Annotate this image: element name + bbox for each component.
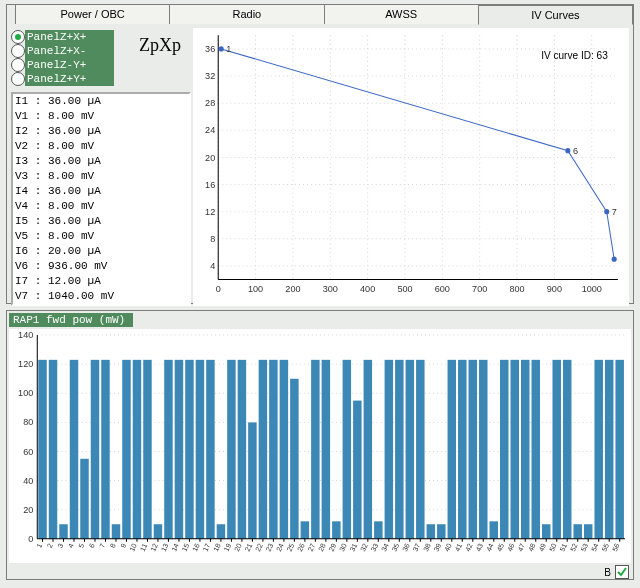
svg-rect-88 xyxy=(248,422,256,538)
svg-text:12: 12 xyxy=(149,542,160,553)
svg-text:27: 27 xyxy=(307,542,318,553)
tab-radio[interactable]: Radio xyxy=(169,4,324,24)
iv-panel: Power / OBCRadioAWSSIV Curves PanelZ+X+P… xyxy=(6,4,634,304)
rap1-bar-chart: 0204060801001201401234567891011121314151… xyxy=(9,329,631,563)
svg-text:55: 55 xyxy=(600,542,611,553)
readings-list[interactable]: I1 : 36.00 µAV1 : 8.00 mVI2 : 36.00 µAV2… xyxy=(11,92,191,306)
tab-power-obc[interactable]: Power / OBC xyxy=(15,4,170,24)
svg-rect-114 xyxy=(521,360,529,539)
tab-iv-curves[interactable]: IV Curves xyxy=(478,5,633,25)
svg-text:32: 32 xyxy=(359,542,370,553)
svg-text:36: 36 xyxy=(205,44,215,54)
svg-text:36: 36 xyxy=(401,542,412,553)
checkbox-label: B xyxy=(604,567,611,578)
svg-text:23: 23 xyxy=(265,542,276,553)
svg-rect-111 xyxy=(490,521,498,538)
svg-rect-105 xyxy=(427,524,435,539)
svg-rect-96 xyxy=(332,521,340,538)
svg-point-47 xyxy=(604,209,609,214)
svg-rect-83 xyxy=(196,360,204,539)
svg-text:3: 3 xyxy=(56,542,65,549)
svg-text:7: 7 xyxy=(612,207,617,217)
svg-rect-110 xyxy=(479,360,487,539)
svg-text:34: 34 xyxy=(380,542,391,553)
tab-awss[interactable]: AWSS xyxy=(324,4,479,24)
svg-rect-71 xyxy=(70,360,78,539)
svg-text:7: 7 xyxy=(98,542,107,549)
svg-rect-117 xyxy=(552,360,560,539)
reading-row: V6 : 936.00 mV xyxy=(15,259,187,274)
svg-text:28: 28 xyxy=(317,542,328,553)
svg-text:1: 1 xyxy=(35,542,44,549)
svg-point-49 xyxy=(612,257,617,262)
svg-text:140: 140 xyxy=(18,330,33,340)
svg-text:11: 11 xyxy=(139,542,150,553)
reading-row: V1 : 8.00 mV xyxy=(15,109,187,124)
radio-panelz-y+[interactable]: PanelZ-Y+ xyxy=(11,58,191,72)
svg-text:0: 0 xyxy=(216,284,221,294)
svg-text:900: 900 xyxy=(547,284,562,294)
svg-text:26: 26 xyxy=(296,542,307,553)
svg-text:48: 48 xyxy=(527,542,538,553)
svg-rect-109 xyxy=(469,360,477,539)
svg-text:22: 22 xyxy=(254,542,265,553)
iv-line-chart: 4812162024283236010020030040050060070080… xyxy=(193,28,629,306)
svg-text:20: 20 xyxy=(23,505,33,515)
svg-text:38: 38 xyxy=(422,542,433,553)
svg-rect-94 xyxy=(311,360,319,539)
radio-panelz+y+[interactable]: PanelZ+Y+ xyxy=(11,72,191,86)
svg-text:60: 60 xyxy=(23,447,33,457)
svg-text:35: 35 xyxy=(391,542,402,553)
svg-text:800: 800 xyxy=(509,284,524,294)
svg-text:120: 120 xyxy=(18,359,33,369)
svg-text:40: 40 xyxy=(443,542,454,553)
svg-text:8: 8 xyxy=(210,234,215,244)
reading-row: V5 : 8.00 mV xyxy=(15,229,187,244)
svg-rect-92 xyxy=(290,379,298,539)
svg-rect-81 xyxy=(175,360,183,539)
svg-rect-75 xyxy=(112,524,120,539)
reading-row: V3 : 8.00 mV xyxy=(15,169,187,184)
svg-rect-93 xyxy=(301,521,309,538)
svg-rect-108 xyxy=(458,360,466,539)
series-b-checkbox[interactable] xyxy=(615,565,629,579)
svg-rect-69 xyxy=(49,360,57,539)
svg-text:600: 600 xyxy=(435,284,450,294)
svg-text:14: 14 xyxy=(170,542,181,553)
svg-text:5: 5 xyxy=(77,542,86,549)
svg-text:6: 6 xyxy=(88,542,97,549)
svg-rect-90 xyxy=(269,360,277,539)
reading-row: V4 : 8.00 mV xyxy=(15,199,187,214)
svg-text:31: 31 xyxy=(349,542,360,553)
svg-text:100: 100 xyxy=(18,388,33,398)
reading-row: I7 : 12.00 µA xyxy=(15,274,187,289)
svg-text:400: 400 xyxy=(360,284,375,294)
svg-text:18: 18 xyxy=(212,542,223,553)
svg-text:50: 50 xyxy=(548,542,559,553)
svg-text:24: 24 xyxy=(205,125,215,135)
svg-rect-113 xyxy=(511,360,519,539)
svg-rect-95 xyxy=(322,360,330,539)
svg-text:56: 56 xyxy=(611,542,622,553)
svg-rect-80 xyxy=(164,360,172,539)
svg-text:44: 44 xyxy=(485,542,496,553)
svg-rect-68 xyxy=(38,360,46,539)
svg-rect-119 xyxy=(573,524,581,539)
svg-text:700: 700 xyxy=(472,284,487,294)
svg-rect-107 xyxy=(448,360,456,539)
reading-row: I4 : 36.00 µA xyxy=(15,184,187,199)
svg-text:39: 39 xyxy=(433,542,444,553)
svg-text:6: 6 xyxy=(573,146,578,156)
svg-text:12: 12 xyxy=(205,207,215,217)
svg-text:20: 20 xyxy=(205,152,215,162)
svg-text:19: 19 xyxy=(223,542,234,553)
svg-rect-74 xyxy=(101,360,109,539)
svg-text:IV curve ID: 63: IV curve ID: 63 xyxy=(541,49,608,60)
svg-text:13: 13 xyxy=(160,542,171,553)
svg-rect-79 xyxy=(154,524,162,539)
svg-text:20: 20 xyxy=(233,542,244,553)
svg-text:24: 24 xyxy=(275,542,286,553)
svg-rect-85 xyxy=(217,524,225,539)
svg-text:28: 28 xyxy=(205,98,215,108)
svg-rect-84 xyxy=(206,360,214,539)
